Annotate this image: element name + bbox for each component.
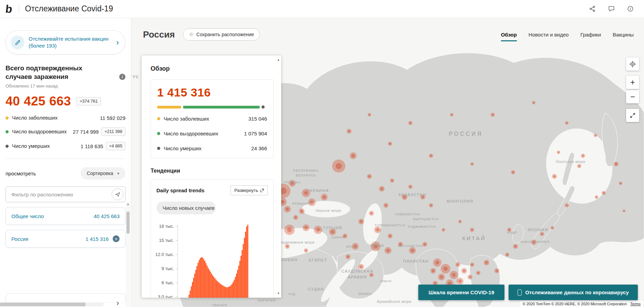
bing-logo-icon[interactable]: b (5, 3, 13, 14)
location-row-total[interactable]: Общее число 40 425 663 (6, 207, 125, 225)
map-place-label: КЫРГЫЗСТАН (413, 217, 439, 222)
page-title: Отслеживание Covid-19 (25, 4, 113, 13)
scroll-down-icon[interactable]: ▼ (276, 292, 281, 295)
location-filter-input[interactable] (6, 186, 125, 202)
map-place-label: ЧАД (288, 291, 295, 296)
map-place-label: ОМАН (380, 279, 392, 284)
stat-row-active: Число заболевших 11 592 029 (6, 115, 125, 121)
stat-label: Число заболевших (12, 115, 58, 121)
panel-stat-row-deaths: Число умерших 24 366 (157, 141, 267, 156)
y-tick-label: 6 тыс. (162, 280, 174, 285)
save-location-button[interactable]: ☆ Сохранить расположение (183, 28, 260, 41)
map-attribution: © 2020 TomTom © 2020 HERE, © 2020 Micros… (520, 301, 643, 307)
trends-heading: Тенденции (151, 168, 281, 174)
stat-value: 11 592 029 (100, 115, 125, 121)
zoom-out-button[interactable]: − (626, 90, 639, 103)
y-tick-label: 12.0 тыс. (155, 252, 174, 257)
map-place-label: ЯПОНИЯ (528, 227, 548, 233)
feedback-icon[interactable] (608, 6, 615, 12)
covid-timeline-button[interactable]: Шкала времени COVID-19 (418, 285, 504, 300)
vaccine-banner-label: Отслеживайте испытания вакцин (более 193… (29, 35, 111, 50)
tab-overview[interactable]: Обзор (501, 32, 517, 41)
total-cases-section: Всего подтвержденных случаев заражения i… (6, 64, 125, 109)
open-in-new-icon (260, 188, 264, 192)
sidebar-scrollbar[interactable]: ▲ ▼ (126, 202, 130, 307)
locate-me-button[interactable] (626, 58, 639, 71)
location-value: 40 425 663 (94, 213, 120, 219)
copyright-text: © 2020 TomTom © 2020 HERE, © 2020 Micros… (523, 302, 627, 306)
chart-bars (180, 225, 248, 298)
horizontal-scrollbar[interactable] (0, 303, 103, 306)
scroll-thumb[interactable] (126, 212, 130, 234)
stat-value: 315 046 (248, 116, 267, 122)
share-icon[interactable] (589, 6, 596, 12)
tab-vaccines[interactable]: Вакцины (613, 32, 634, 41)
map-place-label: ИРАК (346, 244, 356, 249)
map-place-label: СУДАН (308, 286, 324, 292)
tab-bar: Обзор Новости и видео Графики Вакцины (501, 32, 634, 41)
trend-chart-title: Daily spread trends (156, 187, 204, 193)
region-title: Россия (143, 29, 175, 40)
sort-dropdown[interactable]: Сортировка ▾ (81, 167, 125, 180)
map-place-label: Черное море (315, 208, 341, 214)
daily-trend-chart: 18 тыс.15 тыс.12.0 тыс.9 тыс.6 тыс.3.0 т… (156, 225, 268, 298)
caret-down-icon: ▾ (117, 171, 119, 176)
covid-tracker-app-button[interactable]: Отслеживание данных по коронавирусу (509, 285, 638, 300)
panel-title: Обзор (151, 65, 281, 72)
terms-link[interactable]: Terms (630, 302, 641, 306)
deaths-segment-dot (262, 105, 265, 109)
active-dot-icon (157, 117, 160, 120)
region-confirmed-value: 1 415 316 (157, 86, 267, 99)
stat-value: 1 075 904 (244, 131, 267, 136)
location-label: Общее число (11, 213, 94, 219)
location-row-russia[interactable]: Россия 1 415 316 × (6, 230, 125, 248)
map-place-label: ГВИНЕЯ (212, 303, 227, 307)
save-location-label: Сохранить расположение (196, 32, 254, 37)
vaccine-trials-banner[interactable]: Отслеживайте испытания вакцин (более 193… (6, 30, 125, 54)
map-place-label: УЗБЕКИСТАН (395, 212, 420, 217)
scroll-thumb[interactable] (0, 303, 85, 306)
sidebar-next-chevron-icon[interactable]: › (116, 299, 119, 307)
panel-scrollbar[interactable]: ▲ ▼ (276, 55, 281, 298)
location-label: Россия (11, 236, 85, 242)
map-place-label: РОССИЯ (449, 130, 483, 138)
zoom-in-button[interactable]: + (626, 76, 639, 89)
panel-stat-row-recovered: Число выздоровевших 1 075 904 (157, 126, 267, 141)
stat-delta-badge: +4 885 (106, 142, 125, 150)
active-segment (157, 106, 181, 109)
app-header: b Отслеживание Covid-19 (0, 0, 644, 18)
scroll-up-icon[interactable]: ▲ (126, 202, 130, 207)
tab-charts[interactable]: Графики (580, 32, 601, 41)
expand-chart-button[interactable]: Развернуть (231, 185, 268, 195)
cases-breakdown-bar (157, 105, 267, 109)
stat-label: Число заболевших (164, 116, 209, 122)
stat-row-deaths: Число умерших 1 118 635 +4 885 (6, 142, 125, 150)
map-place-label: Охотское море (556, 159, 585, 165)
total-delta-badge: +374 761 (76, 97, 101, 105)
stat-label: Число умерших (164, 145, 202, 151)
chart-y-axis: 18 тыс.15 тыс.12.0 тыс.9 тыс.6 тыс.3.0 т… (156, 225, 178, 298)
map-place-label: ЮЖНАЯ КОРЕЯ (521, 239, 550, 244)
expand-label: Развернуть (234, 188, 258, 193)
info-icon[interactable] (627, 6, 634, 12)
total-cases-heading: Всего подтвержденных случаев заражения (6, 64, 105, 81)
tab-news[interactable]: Новости и видео (529, 32, 569, 41)
geolocate-send-icon[interactable] (112, 188, 123, 200)
recovered-segment (183, 106, 260, 109)
scroll-up-icon[interactable]: ▲ (276, 58, 281, 61)
map-place-label: ПАКИСТАН (403, 258, 428, 264)
map-place-label: СИРИЯ (331, 235, 345, 240)
phone-icon (518, 289, 522, 296)
updated-timestamp: Обновлено 17 мин назад (6, 83, 125, 89)
overview-card: 1 415 316 Число заболевших 315 046 Число… (151, 79, 274, 158)
info-circle-icon[interactable]: i (119, 74, 125, 80)
tracker-button-label: Отслеживание данных по коронавирусу (525, 289, 629, 295)
map-canvas[interactable]: ГРЕШВЕЦИЯРОССИЯРЕСПУБЛИКА БЕЛАРУСЬПОЛЬША… (131, 18, 644, 307)
map-place-label: НИГЕРИЯ (258, 298, 276, 303)
header-divider (19, 4, 19, 13)
fullscreen-button[interactable] (626, 109, 639, 122)
stat-value: 1 118 635 (81, 143, 103, 149)
series-filter-pill[interactable]: Число новых случаев (156, 202, 216, 214)
stat-label: Число умерших (12, 143, 50, 150)
remove-location-icon[interactable]: × (113, 235, 120, 242)
